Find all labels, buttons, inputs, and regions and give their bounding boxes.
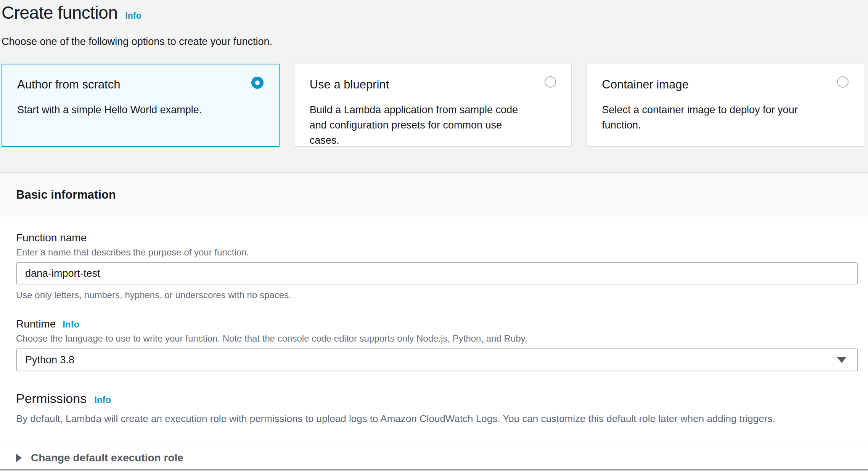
runtime-label: Runtime (16, 318, 56, 330)
option-card-description: Select a container image to deploy for y… (602, 102, 849, 133)
runtime-info-link[interactable]: Info (63, 319, 79, 330)
basic-information-heading: Basic information (16, 188, 116, 202)
page-header-area: Create function Info Choose one of the f… (0, 0, 868, 172)
radio-selected-icon[interactable] (251, 77, 264, 89)
runtime-label-row: Runtime Info (16, 318, 858, 330)
option-card-title: Use a blueprint (310, 78, 556, 92)
function-name-block: Function name Enter a name that describe… (16, 232, 858, 300)
creation-option-cards: Author from scratch Start with a simple … (2, 64, 864, 147)
page-subtitle: Choose one of the following options to c… (2, 36, 864, 48)
caret-right-icon (16, 454, 22, 462)
option-card-description: Start with a simple Hello World example. (17, 102, 264, 117)
option-card-use-a-blueprint[interactable]: Use a blueprint Build a Lambda applicati… (294, 64, 572, 147)
permissions-heading-row: Permissions Info (16, 391, 858, 406)
permissions-heading: Permissions (16, 391, 87, 406)
permissions-description: By default, Lambda will create an execut… (16, 413, 858, 425)
chevron-down-icon (837, 357, 847, 363)
basic-information-panel: Basic information Function name Enter a … (0, 172, 868, 464)
option-card-description: Build a Lambda application from sample c… (310, 102, 556, 148)
function-name-label: Function name (16, 232, 858, 244)
function-name-description: Enter a name that describes the purpose … (16, 247, 858, 258)
change-default-execution-role-expander[interactable]: Change default execution role (0, 440, 868, 464)
expander-label: Change default execution role (31, 452, 183, 464)
option-card-author-from-scratch[interactable]: Author from scratch Start with a simple … (2, 64, 280, 147)
option-card-container-image[interactable]: Container image Select a container image… (586, 64, 864, 147)
runtime-select[interactable]: Python 3.8 (16, 348, 858, 371)
page-title: Create function (2, 2, 117, 23)
basic-information-form: Function name Enter a name that describe… (0, 232, 868, 425)
function-name-constraint: Use only letters, numbers, hyphens, or u… (16, 290, 858, 300)
function-name-input[interactable] (16, 262, 858, 284)
basic-information-header: Basic information (0, 172, 868, 217)
runtime-description: Choose the language to use to write your… (16, 333, 858, 344)
title-row: Create function Info (2, 2, 864, 23)
radio-unselected-icon[interactable] (837, 76, 849, 88)
page-title-info-link[interactable]: Info (125, 11, 141, 21)
option-card-title: Container image (602, 78, 849, 92)
runtime-block: Runtime Info Choose the language to use … (16, 318, 858, 371)
permissions-info-link[interactable]: Info (94, 395, 111, 405)
option-card-title: Author from scratch (17, 78, 264, 92)
bottom-section-border (0, 469, 868, 470)
runtime-selected-value: Python 3.8 (25, 354, 74, 366)
